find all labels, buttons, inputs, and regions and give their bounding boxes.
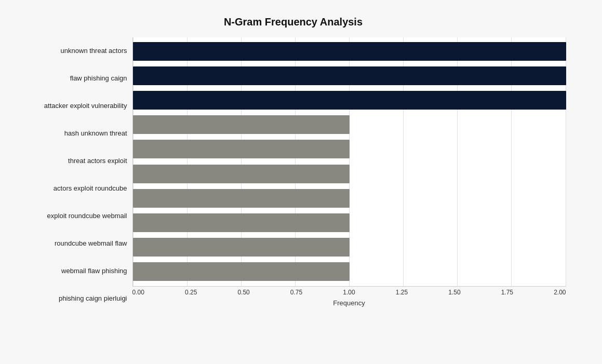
bars-area xyxy=(132,37,566,287)
bar xyxy=(133,115,350,134)
chart-container: N-Gram Frequency Analysis unknown threat… xyxy=(16,6,587,359)
y-axis-label: actors exploit roundcube xyxy=(21,175,127,203)
x-tick: 2.00 xyxy=(554,289,566,296)
chart-title: N-Gram Frequency Analysis xyxy=(21,16,566,28)
x-tick: 1.00 xyxy=(343,289,355,296)
y-axis-label: threat actors exploit xyxy=(21,147,127,175)
y-axis-label: webmail flaw phishing xyxy=(21,258,127,285)
x-tick: 0.75 xyxy=(290,289,302,296)
bar-row xyxy=(133,64,566,87)
bar xyxy=(133,238,350,257)
y-axis-label: exploit roundcube webmail xyxy=(21,203,127,230)
y-axis-label: roundcube webmail flaw xyxy=(21,230,127,258)
bar-row xyxy=(133,89,566,112)
y-axis-label: phishing caign pierluigi xyxy=(21,285,127,313)
x-axis: 0.000.250.500.751.001.251.501.752.00 Fre… xyxy=(132,287,566,313)
x-tick: 0.50 xyxy=(237,289,249,296)
bars-wrapper xyxy=(133,37,566,286)
x-tick: 0.00 xyxy=(132,289,144,296)
x-tick: 1.50 xyxy=(448,289,460,296)
bars-and-xaxis: 0.000.250.500.751.001.251.501.752.00 Fre… xyxy=(132,37,566,313)
bar-row xyxy=(133,211,566,234)
x-axis-label: Frequency xyxy=(132,299,566,307)
bar-row xyxy=(133,236,566,259)
bar xyxy=(133,213,350,232)
bar-row xyxy=(133,187,566,210)
y-axis: unknown threat actorsflaw phishing caign… xyxy=(21,37,132,313)
bar-row xyxy=(133,40,566,63)
bar xyxy=(133,165,350,183)
bar xyxy=(133,189,350,208)
bar xyxy=(133,140,350,158)
bar-row xyxy=(133,113,566,136)
x-ticks-container: 0.000.250.500.751.001.251.501.752.00 xyxy=(132,287,566,296)
x-tick: 1.75 xyxy=(501,289,513,296)
x-tick: 1.25 xyxy=(396,289,408,296)
x-tick: 0.25 xyxy=(185,289,197,296)
bar-row xyxy=(133,138,566,160)
bar xyxy=(133,262,350,281)
y-axis-label: attacker exploit vulnerability xyxy=(21,92,127,120)
bar xyxy=(133,66,566,85)
chart-area: unknown threat actorsflaw phishing caign… xyxy=(21,37,566,313)
bar-row xyxy=(133,163,566,185)
y-axis-label: hash unknown threat xyxy=(21,120,127,147)
y-axis-label: unknown threat actors xyxy=(21,37,127,65)
y-axis-label: flaw phishing caign xyxy=(21,65,127,92)
bar xyxy=(133,42,566,61)
bar-row xyxy=(133,260,566,283)
bar xyxy=(133,91,566,110)
